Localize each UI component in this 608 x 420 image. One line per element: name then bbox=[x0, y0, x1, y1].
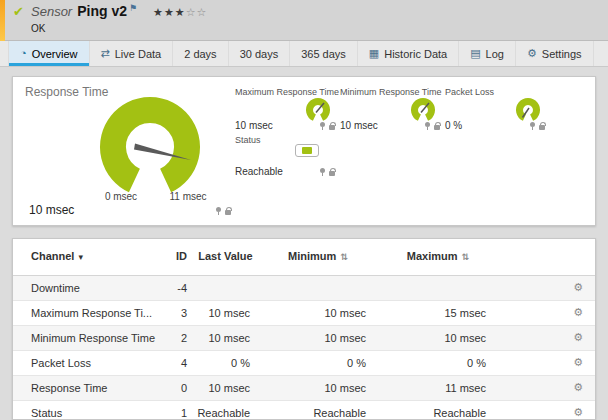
channel-name[interactable]: Status bbox=[13, 400, 163, 420]
ok-check-icon: ✔ bbox=[13, 4, 24, 19]
channels-table: Channel▾ ID Last Value Minimum⇅ Maximum⇅… bbox=[13, 239, 596, 420]
channel-maximum: 10 msec bbox=[378, 325, 498, 350]
pin-icon[interactable] bbox=[216, 207, 221, 212]
channel-name[interactable]: Packet Loss bbox=[13, 350, 163, 375]
pin-icon[interactable] bbox=[320, 168, 325, 173]
mini-gauge-title: Minimum Response Time bbox=[340, 87, 440, 97]
flag-icon[interactable]: ⚑ bbox=[129, 3, 137, 13]
tab-label: Historic Data bbox=[384, 48, 447, 60]
table-row: Maximum Response Ti... 3 10 msec 10 msec… bbox=[13, 300, 596, 325]
gauge-pin-controls bbox=[530, 122, 545, 130]
tab-live-data[interactable]: ⇄ Live Data bbox=[90, 41, 174, 66]
overview-icon: ◔ bbox=[20, 48, 27, 59]
prtg-sensor-page: ✔ SensorPing v2⚑★★★☆☆ OK ◔ Overview ⇄ Li… bbox=[0, 0, 608, 420]
channel-name[interactable]: Response Time bbox=[13, 375, 163, 400]
channel-minimum: Reachable bbox=[258, 400, 378, 420]
status-indicator bbox=[295, 144, 319, 157]
col-id[interactable]: ID bbox=[163, 239, 193, 275]
gauge-pin-controls bbox=[216, 207, 231, 215]
channel-maximum: 0 % bbox=[378, 350, 498, 375]
channel-settings-icon[interactable]: ⚙ bbox=[573, 381, 583, 393]
sensor-title: Ping v2 bbox=[77, 3, 127, 19]
channel-id: 2 bbox=[163, 325, 193, 350]
channel-settings-icon[interactable]: ⚙ bbox=[573, 406, 583, 418]
col-label: Maximum bbox=[407, 250, 458, 262]
lock-icon[interactable] bbox=[539, 125, 545, 130]
channel-last-value: Reachable bbox=[193, 400, 258, 420]
channel-id: 4 bbox=[163, 350, 193, 375]
lock-icon[interactable] bbox=[329, 171, 335, 176]
priority-stripe bbox=[0, 0, 5, 41]
channel-name[interactable]: Downtime bbox=[13, 275, 163, 300]
channel-last-value: 10 msec bbox=[193, 375, 258, 400]
tab-365-days[interactable]: 365 days bbox=[290, 41, 358, 66]
tab-label: Overview bbox=[32, 48, 78, 60]
gauge-pin-controls bbox=[320, 168, 335, 176]
table-row: Packet Loss 4 0 % 0 % 0 % ⚙ bbox=[13, 350, 596, 375]
gauge-min-label: 0 msec bbox=[101, 191, 141, 202]
channel-settings-icon[interactable]: ⚙ bbox=[573, 306, 583, 318]
lock-icon[interactable] bbox=[329, 125, 335, 130]
gauge-max-label: 11 msec bbox=[168, 191, 208, 202]
tab-30-days[interactable]: 30 days bbox=[229, 41, 291, 66]
channels-panel: Channel▾ ID Last Value Minimum⇅ Maximum⇅… bbox=[12, 238, 596, 420]
channel-name[interactable]: Minimum Response Time bbox=[13, 325, 163, 350]
sensor-title-row: SensorPing v2⚑★★★☆☆ bbox=[31, 3, 207, 19]
channel-maximum: 15 msec bbox=[378, 300, 498, 325]
mini-gauge-value: 0 % bbox=[445, 120, 462, 131]
status-gauge-block: Status Reachable bbox=[235, 135, 335, 177]
gauge-current-value: 10 msec bbox=[29, 203, 74, 217]
tab-label: 30 days bbox=[240, 48, 279, 60]
col-label: Last Value bbox=[198, 250, 252, 262]
mini-gauge-value: 10 msec bbox=[340, 120, 378, 131]
col-maximum[interactable]: Maximum⇅ bbox=[378, 239, 498, 275]
priority-stars[interactable]: ★★★☆☆ bbox=[153, 6, 207, 18]
channel-name[interactable]: Maximum Response Ti... bbox=[13, 300, 163, 325]
channel-id: 0 bbox=[163, 375, 193, 400]
pin-icon[interactable] bbox=[425, 122, 430, 127]
mini-gauge-packet-loss: Packet Loss 0 % bbox=[445, 87, 545, 131]
channel-last-value: 0 % bbox=[193, 350, 258, 375]
channel-minimum: 10 msec bbox=[258, 325, 378, 350]
channel-maximum: 11 msec bbox=[378, 375, 498, 400]
tab-label: Log bbox=[486, 48, 504, 60]
mini-gauge-min-response: Minimum Response Time 10 msec bbox=[340, 87, 440, 131]
tab-settings[interactable]: ⚙ Settings bbox=[516, 41, 594, 66]
channel-maximum bbox=[378, 275, 498, 300]
col-minimum[interactable]: Minimum⇅ bbox=[258, 239, 378, 275]
status-value: Reachable bbox=[235, 166, 283, 177]
sort-arrows-icon: ⇅ bbox=[462, 252, 470, 262]
mini-gauge-max-response: Maximum Response Time 10 msec bbox=[235, 87, 335, 131]
sensor-status: OK bbox=[31, 23, 45, 34]
channel-id: 3 bbox=[163, 300, 193, 325]
live-data-icon: ⇄ bbox=[101, 48, 110, 59]
sensor-type-label: Sensor bbox=[31, 4, 72, 19]
gauge-pin-controls bbox=[425, 122, 440, 130]
tab-log[interactable]: ▤ Log bbox=[459, 41, 516, 66]
col-channel[interactable]: Channel▾ bbox=[13, 239, 163, 275]
tab-label: 365 days bbox=[301, 48, 346, 60]
status-led bbox=[302, 147, 312, 154]
sensor-header: ✔ SensorPing v2⚑★★★☆☆ OK bbox=[0, 0, 608, 41]
tab-2-days[interactable]: 2 days bbox=[173, 41, 228, 66]
mini-gauge-value: 10 msec bbox=[235, 120, 273, 131]
log-icon: ▤ bbox=[470, 48, 480, 59]
tab-label: 2 days bbox=[184, 48, 216, 60]
tab-overview[interactable]: ◔ Overview bbox=[8, 41, 90, 66]
tab-historic-data[interactable]: ▦ Historic Data bbox=[358, 41, 459, 66]
lock-icon[interactable] bbox=[434, 125, 440, 130]
channel-settings-icon[interactable]: ⚙ bbox=[573, 331, 583, 343]
table-row: Response Time 0 10 msec 10 msec 11 msec … bbox=[13, 375, 596, 400]
pin-icon[interactable] bbox=[530, 122, 535, 127]
status-title: Status bbox=[235, 135, 335, 145]
col-last-value[interactable]: Last Value bbox=[193, 239, 258, 275]
lock-icon[interactable] bbox=[225, 210, 231, 215]
channel-settings-icon[interactable]: ⚙ bbox=[573, 356, 583, 368]
channel-maximum: Reachable bbox=[378, 400, 498, 420]
mini-gauge-title: Packet Loss bbox=[445, 87, 545, 97]
gear-icon: ⚙ bbox=[527, 48, 537, 59]
pin-icon[interactable] bbox=[320, 122, 325, 127]
channel-settings-icon[interactable]: ⚙ bbox=[573, 281, 583, 293]
sort-arrows-icon: ⇅ bbox=[340, 252, 348, 262]
tab-label: Live Data bbox=[115, 48, 161, 60]
